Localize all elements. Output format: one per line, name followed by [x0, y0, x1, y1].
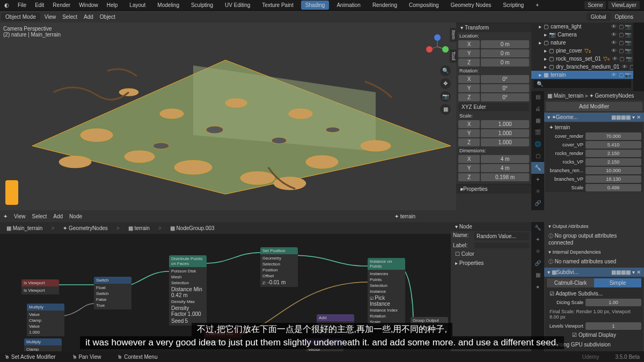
scale-x[interactable]: 1.000 [481, 120, 529, 128]
node-collection[interactable]: Collection InfoInstances [204, 330, 241, 345]
tab-m2[interactable]: ● [531, 281, 544, 293]
props-section[interactable]: ▸ Properties [456, 184, 531, 194]
tab-p2[interactable]: ✦ [531, 234, 544, 246]
param-rocks_VP[interactable]: 2.150 [586, 158, 641, 166]
node-group-output[interactable]: Group OutputInstances [411, 317, 448, 332]
hdr-view[interactable]: View [41, 14, 60, 20]
nodetree-field[interactable]: ✦ terrain [547, 123, 641, 131]
loc-z[interactable]: 0 m [481, 58, 529, 67]
node-name-field[interactable]: Random Value... [474, 232, 529, 240]
tab-ph2[interactable]: ⚛ [531, 246, 544, 257]
tab-constraint[interactable]: 🔗 [531, 197, 544, 209]
sidetab-tool[interactable]: Tool [450, 49, 457, 63]
node-distribute[interactable]: Distribute Points on FacesPoisson DiskMe… [169, 255, 207, 326]
blender-logo[interactable]: ◐ [0, 2, 13, 8]
node-add-vec[interactable]: AddVectorVector [317, 314, 354, 335]
ne-add[interactable]: Add [50, 213, 66, 219]
ws-uv[interactable]: UV Editing [221, 1, 254, 10]
nav-gizmo[interactable] [424, 33, 451, 60]
tab-object[interactable]: ▢ [531, 150, 544, 162]
levels-val[interactable]: 1 [586, 322, 641, 330]
viewlayer-field[interactable]: ViewLayer [608, 1, 640, 9]
internal-deps[interactable]: Internal Dependencies [544, 248, 644, 256]
param-branches_VP[interactable]: 18.130 [586, 175, 641, 183]
tab-d2[interactable]: ▦ [531, 269, 544, 281]
outliner-item[interactable]: ▸▢camera_light👁▢📷 [531, 23, 633, 31]
ws-layout[interactable]: Layout [125, 1, 150, 10]
ws-script[interactable]: Scripting [499, 1, 528, 10]
param-cover_render[interactable]: 70.000 [586, 132, 641, 140]
ws-render[interactable]: Rendering [368, 1, 401, 10]
outliner-item[interactable]: ▸▢rock_moss_set_01▽₆👁▢📷 [531, 55, 633, 63]
zoom-icon[interactable]: 🔍 [440, 65, 451, 76]
hdr-select[interactable]: Select [59, 14, 80, 20]
sidetab-item[interactable]: Item [450, 28, 457, 42]
tab-world[interactable]: 🌐 [531, 138, 544, 150]
tab-output[interactable]: 🖨 [531, 103, 544, 115]
node-instance[interactable]: Instance on PointsInstancesPointsSelecti… [368, 258, 405, 326]
param-rocks_render[interactable]: 2.150 [586, 150, 641, 157]
mode-select[interactable]: Object Mode [1, 13, 40, 21]
optimal-check[interactable]: ☑ Optimal Display [545, 330, 643, 339]
rot-z[interactable]: 0° [481, 93, 529, 101]
ws-texpaint[interactable]: Texture Paint [258, 1, 297, 10]
tab-particle[interactable]: ✦ [531, 174, 544, 186]
node-color[interactable]: ☐ Color [451, 249, 531, 258]
crumb-obj[interactable]: ▦ Main_terrain [547, 93, 583, 99]
tab-mod2[interactable]: 🔧 [531, 222, 544, 234]
node-props[interactable]: ▸ Properties [451, 258, 531, 268]
node-label-field[interactable] [474, 242, 529, 248]
tab-scene[interactable]: 🎬 [531, 127, 544, 138]
tab-physics[interactable]: ⚛ [531, 186, 544, 197]
node-section[interactable]: ▾ Node [451, 222, 531, 231]
tab-c2[interactable]: 🔗 [531, 257, 544, 269]
menu-help[interactable]: Help [103, 2, 122, 8]
menu-render[interactable]: Render [48, 2, 75, 8]
outliner-search[interactable]: 🔍 [533, 80, 631, 88]
nodetree-selector[interactable]: ✦ terrain [391, 213, 419, 219]
menu-file[interactable]: File [13, 2, 31, 8]
transform-section[interactable]: Transform [456, 23, 531, 32]
camera-icon[interactable]: 📷 [440, 91, 451, 102]
ws-geonodes[interactable]: Geometry Nodes [447, 1, 496, 10]
scale-z[interactable]: 1.000 [481, 138, 529, 146]
adaptive-check[interactable]: ☑ Adaptive Subdivis... [545, 289, 643, 298]
orientation-global[interactable]: Global [587, 13, 611, 21]
tab-render[interactable]: ▤ [531, 91, 544, 103]
outliner-item[interactable]: ▸▢dry_branches_medium_01👁▢📷 [531, 63, 633, 71]
node-is-viewport[interactable]: Is ViewportIs Viewport [21, 279, 59, 294]
persp-icon[interactable]: ▦ [440, 104, 451, 115]
bc-2[interactable]: ▦ terrain [125, 224, 153, 232]
output-attrs[interactable]: Output Attributes [544, 222, 644, 231]
scale-y[interactable]: 1.000 [481, 129, 529, 137]
pan-icon[interactable]: ✥ [440, 78, 451, 89]
node-multiply1[interactable]: MultiplyValueClampValue1.000 [27, 304, 64, 336]
scene-field[interactable]: Scene [584, 1, 606, 9]
ws-add[interactable]: + [531, 1, 543, 10]
param-Scale[interactable]: 0.499 [586, 184, 641, 191]
param-branches_ren...[interactable]: 10.000 [586, 167, 641, 174]
catmull-btn[interactable]: Catmull-Clark [547, 278, 594, 287]
rotation-mode[interactable]: XYZ Euler [458, 103, 529, 111]
ne-view[interactable]: View [11, 213, 29, 219]
node-graph[interactable]: Is ViewportIs Viewport SwitchFloatSwitch… [0, 234, 451, 360]
ws-sculpting[interactable]: Sculpting [187, 1, 217, 10]
outliner-item[interactable]: ▸📷Camera👁▢📷 [531, 31, 633, 39]
ws-modeling[interactable]: Modeling [153, 1, 184, 10]
dim-z[interactable]: 0.198 m [481, 173, 529, 181]
node-set-position[interactable]: Set PositionGeometrySelectionPositionOff… [260, 247, 298, 287]
outliner-item[interactable]: ▸▦terrain👁▢📷 [531, 71, 633, 79]
ne-node[interactable]: Node [66, 213, 85, 219]
crumb-mod[interactable]: ✦ GeometryNodes [589, 93, 634, 99]
param-cover_VP[interactable]: 5.410 [586, 141, 641, 149]
dim-y[interactable]: 4 m [481, 164, 529, 172]
hdr-add[interactable]: Add [80, 14, 97, 20]
tab-view[interactable]: ▦ [531, 115, 544, 127]
dim-x[interactable]: 4 m [481, 155, 529, 163]
hdr-object[interactable]: Object [97, 14, 119, 20]
options-dropdown[interactable]: Options [612, 14, 644, 20]
ne-select[interactable]: Select [29, 213, 50, 219]
add-modifier-button[interactable]: Add Modifier [546, 102, 642, 111]
dicing-val[interactable]: 1.00 [586, 299, 641, 306]
geonodes-header[interactable]: ▾ ✦ Geome...▦▦▦▦ ▾ ✕ [544, 113, 644, 122]
